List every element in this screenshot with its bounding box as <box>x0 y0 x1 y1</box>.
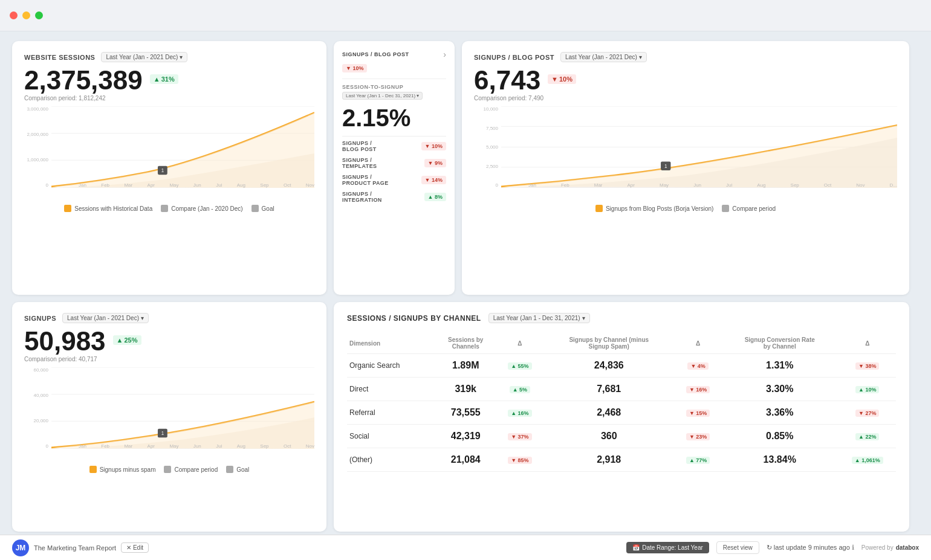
blog-post-value: 6,743 <box>474 67 540 94</box>
legend-sessions-historical[interactable]: Sessions with Historical Data <box>64 205 152 212</box>
date-range-button[interactable]: 📅 Date Range: Last Year <box>626 542 709 553</box>
reset-view-button[interactable]: Reset view <box>716 541 759 554</box>
website-sessions-dropdown[interactable]: Last Year (Jan - 2021 Dec) ▾ <box>101 52 187 62</box>
legend-blog-compare[interactable]: Compare period <box>722 205 776 212</box>
signups-header: SIGNUPS Last Year (Jan - 2021 Dec) ▾ <box>24 313 314 323</box>
legend-signups-compare[interactable]: Compare period <box>164 466 218 473</box>
svg-text:1: 1 <box>664 164 667 169</box>
blog-legend: Signups from Blog Posts (Borja Version) … <box>474 205 897 212</box>
sts-dropdown[interactable]: Last Year (Jan 1 - Dec 31, 2021) ▾ <box>342 92 423 100</box>
website-sessions-comparison: Comparison period: 1,812,242 <box>24 95 314 101</box>
signups-panel: SIGNUPS Last Year (Jan - 2021 Dec) ▾ 50,… <box>12 302 326 532</box>
powered-by: Powered by databox <box>861 544 919 551</box>
website-sessions-badge: ▲ 31% <box>150 74 178 84</box>
bottom-right: 📅 Date Range: Last Year Reset view ↻ las… <box>626 541 919 554</box>
blog-y-axis: 10,000 7,500 5,000 2,500 0 <box>474 106 501 188</box>
row-dimension: Referral <box>347 401 434 425</box>
signups-product-item: SIGNUPS /PRODUCT PAGE ▼ 14% <box>342 174 446 186</box>
signups-title: SIGNUPS <box>24 315 56 322</box>
row-dimension: Organic Search <box>347 354 434 378</box>
col-sessions-delta: Δ <box>498 333 543 354</box>
row-sessions: 1.89M <box>434 354 498 378</box>
traffic-light-minimize[interactable] <box>22 11 30 19</box>
row-rate: 3.30% <box>721 378 839 401</box>
row-sessions: 42,319 <box>434 425 498 448</box>
svg-text:1: 1 <box>161 168 164 173</box>
row-signups-delta: ▼ 23% <box>675 425 721 448</box>
row-signups-delta: ▼ 4% <box>675 354 721 378</box>
legend-signups-spam[interactable]: Signups minus spam <box>89 466 156 473</box>
info-icon[interactable]: ℹ <box>852 544 854 551</box>
col-rate: Signup Conversion Rateby Channel <box>721 333 839 354</box>
col-signups: Signups by Channel (minusSignup Spam) <box>542 333 675 354</box>
row-signups-delta: ▲ 77% <box>675 448 721 472</box>
legend-goal[interactable]: Goal <box>251 205 274 212</box>
arrow-right-icon[interactable]: › <box>443 50 446 59</box>
report-name: The Marketing Team Report <box>34 544 116 552</box>
legend-compare[interactable]: Compare (Jan - 2020 Dec) <box>161 205 242 212</box>
row-sessions: 319k <box>434 378 498 401</box>
website-sessions-header: WEBSITE SESSIONS Last Year (Jan - 2021 D… <box>24 52 314 62</box>
row-sessions-delta: ▲ 16% <box>498 401 543 425</box>
traffic-light-maximize[interactable] <box>35 11 43 19</box>
row-sessions: 21,084 <box>434 448 498 472</box>
signup-items: SIGNUPS /BLOG POST ▼ 10% SIGNUPS /TEMPLA… <box>342 140 446 203</box>
table-title: SESSIONS / SIGNUPS BY CHANNEL <box>347 314 481 323</box>
row-signups: 360 <box>542 425 675 448</box>
col-signups-delta: Δ <box>675 333 721 354</box>
channel-table-dropdown[interactable]: Last Year (Jan 1 - Dec 31, 2021) ▾ <box>488 313 590 323</box>
session-to-signup-label: SESSION-TO-SIGNUP <box>342 84 446 90</box>
session-to-signup-panel: SIGNUPS / BLOG POST › ▼ 10% SESSION-TO-S… <box>334 41 455 295</box>
traffic-light-close[interactable] <box>10 11 18 19</box>
row-signups: 2,468 <box>542 401 675 425</box>
signups-dropdown[interactable]: Last Year (Jan - 2021 Dec) ▾ <box>62 313 149 323</box>
edit-button[interactable]: ✕ Edit <box>121 542 149 553</box>
row-rate-delta: ▼ 38% <box>839 354 896 378</box>
signups-y-axis: 60,000 40,000 20,000 0 <box>24 367 51 449</box>
row-sessions-delta: ▼ 85% <box>498 448 543 472</box>
blog-post-badge: ▼ 10% <box>548 74 576 84</box>
row-signups-delta: ▼ 15% <box>675 401 721 425</box>
legend-signups-goal[interactable]: Goal <box>226 466 249 473</box>
title-bar <box>0 0 931 31</box>
row-signups-delta: ▼ 16% <box>675 378 721 401</box>
channel-table-panel: SESSIONS / SIGNUPS BY CHANNEL Last Year … <box>334 302 909 532</box>
y-axis: 3,000,000 2,000,000 1,000,000 0 <box>24 106 51 188</box>
svg-text:1: 1 <box>161 431 164 436</box>
col-rate-delta: Δ <box>839 333 896 354</box>
row-sessions-delta: ▼ 37% <box>498 425 543 448</box>
col-dimension: Dimension <box>347 333 434 354</box>
blog-x-axis: Jan Feb Mar Apr May Jun Jul Aug Sep Oct … <box>528 182 897 188</box>
legend-blog-posts[interactable]: Signups from Blog Posts (Borja Version) <box>595 205 713 212</box>
dashboard: WEBSITE SESSIONS Last Year (Jan - 2021 D… <box>0 31 931 560</box>
row-dimension: (Other) <box>347 448 434 472</box>
table-row: Referral 73,555 ▲ 16% 2,468 ▼ 15% 3.36% … <box>347 401 896 425</box>
table-row: Organic Search 1.89M ▲ 55% 24,836 ▼ 4% 1… <box>347 354 896 378</box>
row-rate: 13.84% <box>721 448 839 472</box>
website-sessions-value: 2,375,389 <box>24 67 143 94</box>
signups-x-axis: Jan Feb Mar Apr May Jun Jul Aug Sep Oct … <box>79 443 314 449</box>
row-rate-delta: ▼ 27% <box>839 401 896 425</box>
row-dimension: Direct <box>347 378 434 401</box>
blog-post-header: SIGNUPS / BLOG POST Last Year (Jan - 202… <box>474 52 897 62</box>
website-sessions-title: WEBSITE SESSIONS <box>24 54 95 61</box>
blog-post-mini-badge: ▼ 10% <box>342 64 367 72</box>
table-row: (Other) 21,084 ▼ 85% 2,918 ▲ 77% 13.84% … <box>347 448 896 472</box>
row-signups: 2,918 <box>542 448 675 472</box>
signups-integration-item: SIGNUPS /INTEGRATION ▲ 8% <box>342 191 446 203</box>
row-sessions-delta: ▲ 5% <box>498 378 543 401</box>
blog-post-chart: 10,000 7,500 5,000 2,500 0 <box>474 106 897 200</box>
chart-legend: Sessions with Historical Data Compare (J… <box>24 205 314 212</box>
blog-chart-inner: 1 Jan Feb Mar Apr May Jun Jul Aug Sep Oc… <box>501 106 897 188</box>
signups-comparison: Comparison period: 40,717 <box>24 356 314 362</box>
bottom-bar: JM The Marketing Team Report ✕ Edit 📅 Da… <box>0 535 931 560</box>
last-update-text: ↻ last update 9 minutes ago ℹ <box>767 544 854 552</box>
row-sessions: 73,555 <box>434 401 498 425</box>
signups-legend: Signups minus spam Compare period Goal <box>24 466 314 473</box>
signups-chart-inner: 1 Jan Feb Mar Apr May Jun Jul Aug Sep Oc… <box>51 367 314 449</box>
blog-post-panel: SIGNUPS / BLOG POST Last Year (Jan - 202… <box>462 41 909 295</box>
table-header: SESSIONS / SIGNUPS BY CHANNEL Last Year … <box>347 313 896 323</box>
row-rate-delta: ▲ 1,061% <box>839 448 896 472</box>
row-rate-delta: ▲ 10% <box>839 378 896 401</box>
blog-post-dropdown[interactable]: Last Year (Jan - 2021 Dec) ▾ <box>560 52 647 62</box>
